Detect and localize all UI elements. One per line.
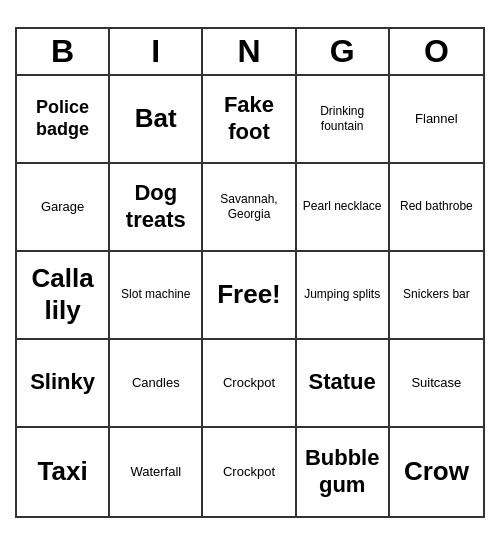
cell-text-8: Pearl necklace: [303, 199, 382, 213]
cell-text-20: Taxi: [38, 456, 88, 487]
cell-text-9: Red bathrobe: [400, 199, 473, 213]
cell-text-21: Waterfall: [130, 464, 181, 480]
cell-text-11: Slot machine: [121, 287, 190, 301]
cell-text-3: Drinking fountain: [301, 104, 384, 133]
bingo-header: BINGO: [17, 29, 483, 76]
cell-text-22: Crockpot: [223, 464, 275, 480]
cell-text-24: Crow: [404, 456, 469, 487]
header-letter-g: G: [297, 29, 390, 74]
bingo-card: BINGO Police badgeBatFake footDrinking f…: [15, 27, 485, 518]
bingo-cell-12: Free!: [203, 252, 296, 340]
bingo-cell-21: Waterfall: [110, 428, 203, 516]
bingo-cell-2: Fake foot: [203, 76, 296, 164]
bingo-cell-0: Police badge: [17, 76, 110, 164]
header-letter-b: B: [17, 29, 110, 74]
cell-text-1: Bat: [135, 103, 177, 134]
bingo-cell-9: Red bathrobe: [390, 164, 483, 252]
bingo-cell-13: Jumping splits: [297, 252, 390, 340]
cell-text-2: Fake foot: [207, 92, 290, 145]
bingo-cell-1: Bat: [110, 76, 203, 164]
cell-text-23: Bubble gum: [301, 445, 384, 498]
bingo-cell-4: Flannel: [390, 76, 483, 164]
cell-text-14: Snickers bar: [403, 287, 470, 301]
bingo-cell-23: Bubble gum: [297, 428, 390, 516]
header-letter-o: O: [390, 29, 483, 74]
cell-text-10: Calla lily: [21, 263, 104, 325]
cell-text-18: Statue: [309, 369, 376, 395]
header-letter-i: I: [110, 29, 203, 74]
cell-text-13: Jumping splits: [304, 287, 380, 301]
bingo-cell-5: Garage: [17, 164, 110, 252]
cell-text-15: Slinky: [30, 369, 95, 395]
cell-text-5: Garage: [41, 199, 84, 215]
bingo-cell-24: Crow: [390, 428, 483, 516]
cell-text-19: Suitcase: [411, 375, 461, 391]
bingo-cell-19: Suitcase: [390, 340, 483, 428]
bingo-cell-10: Calla lily: [17, 252, 110, 340]
cell-text-6: Dog treats: [114, 180, 197, 233]
header-letter-n: N: [203, 29, 296, 74]
bingo-cell-22: Crockpot: [203, 428, 296, 516]
bingo-cell-7: Savannah, Georgia: [203, 164, 296, 252]
cell-text-16: Candles: [132, 375, 180, 391]
cell-text-0: Police badge: [21, 97, 104, 140]
cell-text-4: Flannel: [415, 111, 458, 127]
bingo-cell-16: Candles: [110, 340, 203, 428]
bingo-grid: Police badgeBatFake footDrinking fountai…: [17, 76, 483, 516]
bingo-cell-3: Drinking fountain: [297, 76, 390, 164]
cell-text-17: Crockpot: [223, 375, 275, 391]
bingo-cell-20: Taxi: [17, 428, 110, 516]
cell-text-12: Free!: [217, 279, 281, 310]
bingo-cell-6: Dog treats: [110, 164, 203, 252]
bingo-cell-14: Snickers bar: [390, 252, 483, 340]
bingo-cell-17: Crockpot: [203, 340, 296, 428]
bingo-cell-11: Slot machine: [110, 252, 203, 340]
bingo-cell-15: Slinky: [17, 340, 110, 428]
cell-text-7: Savannah, Georgia: [207, 192, 290, 221]
bingo-cell-8: Pearl necklace: [297, 164, 390, 252]
bingo-cell-18: Statue: [297, 340, 390, 428]
